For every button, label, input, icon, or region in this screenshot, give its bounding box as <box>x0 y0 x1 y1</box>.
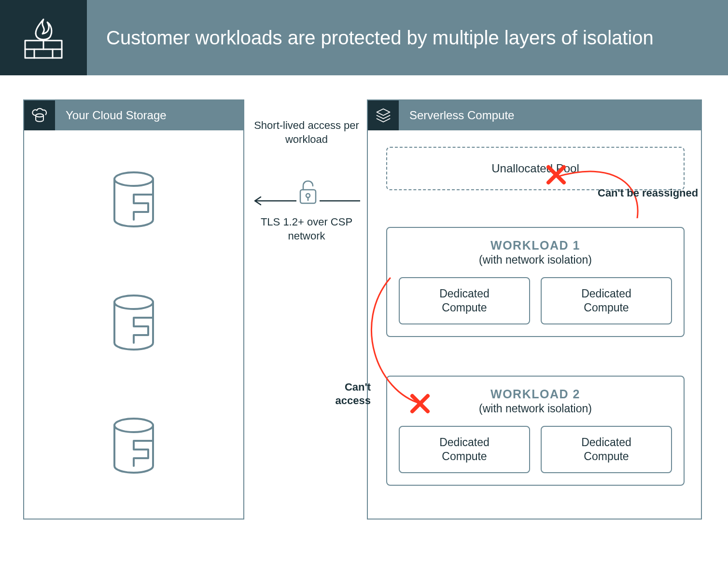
diagram-title: Customer workloads are protected by mult… <box>87 0 728 75</box>
arrow-label-above: Short-lived access per workload <box>251 119 362 146</box>
cloud-storage-header: Your Cloud Storage <box>24 100 243 130</box>
workload-2: WORKLOAD 2 (with network isolation) Dedi… <box>386 376 685 486</box>
database-icon <box>111 418 157 478</box>
workload-2-subtitle: (with network isolation) <box>399 402 672 415</box>
workload-2-title: WORKLOAD 2 <box>399 387 672 401</box>
serverless-compute-panel: Serverless Compute Unallocated Pool WORK… <box>367 99 702 520</box>
serverless-compute-title-text: Serverless Compute <box>409 109 514 122</box>
workload-1-title: WORKLOAD 1 <box>399 239 672 253</box>
cant-reassign-label: Can't be reassigned <box>598 186 698 200</box>
cloud-database-icon <box>24 100 55 130</box>
workload-1: WORKLOAD 1 (with network isolation) Dedi… <box>386 227 685 337</box>
workload-1-subtitle: (with network isolation) <box>399 253 672 267</box>
arrow-label-below: TLS 1.2+ over CSP network <box>251 215 362 243</box>
dedicated-compute: DedicatedCompute <box>541 277 672 324</box>
svg-point-7 <box>114 295 153 309</box>
diagram-title-text: Customer workloads are protected by mult… <box>106 26 654 50</box>
x-icon <box>409 393 431 414</box>
svg-rect-11 <box>300 190 316 203</box>
database-icon <box>111 295 157 354</box>
cant-access-label: Can't access <box>332 380 371 407</box>
dedicated-compute: DedicatedCompute <box>541 426 672 473</box>
diagram-canvas: Your Cloud Storage <box>0 75 728 562</box>
svg-point-6 <box>114 172 153 186</box>
database-icon <box>111 171 157 231</box>
svg-point-5 <box>36 114 43 117</box>
workload-1-compute-row: DedicatedCompute DedicatedCompute <box>399 277 672 324</box>
serverless-compute-header: Serverless Compute <box>368 100 701 130</box>
x-icon <box>546 164 567 185</box>
svg-marker-9 <box>377 109 390 116</box>
cloud-storage-title-text: Your Cloud Storage <box>66 109 167 122</box>
dedicated-compute: DedicatedCompute <box>399 426 530 473</box>
lock-icon <box>296 178 320 205</box>
workload-2-compute-row: DedicatedCompute DedicatedCompute <box>399 426 672 473</box>
serverless-compute-title: Serverless Compute <box>399 100 701 130</box>
diagram-header: Customer workloads are protected by mult… <box>0 0 728 75</box>
dedicated-compute: DedicatedCompute <box>399 277 530 324</box>
firewall-icon <box>0 0 87 75</box>
cloud-storage-title: Your Cloud Storage <box>55 100 243 130</box>
cloud-storage-panel: Your Cloud Storage <box>23 99 244 520</box>
storage-icon-stack <box>24 130 243 519</box>
unallocated-pool: Unallocated Pool <box>386 147 685 190</box>
svg-point-8 <box>114 419 153 432</box>
layers-icon <box>368 100 399 130</box>
